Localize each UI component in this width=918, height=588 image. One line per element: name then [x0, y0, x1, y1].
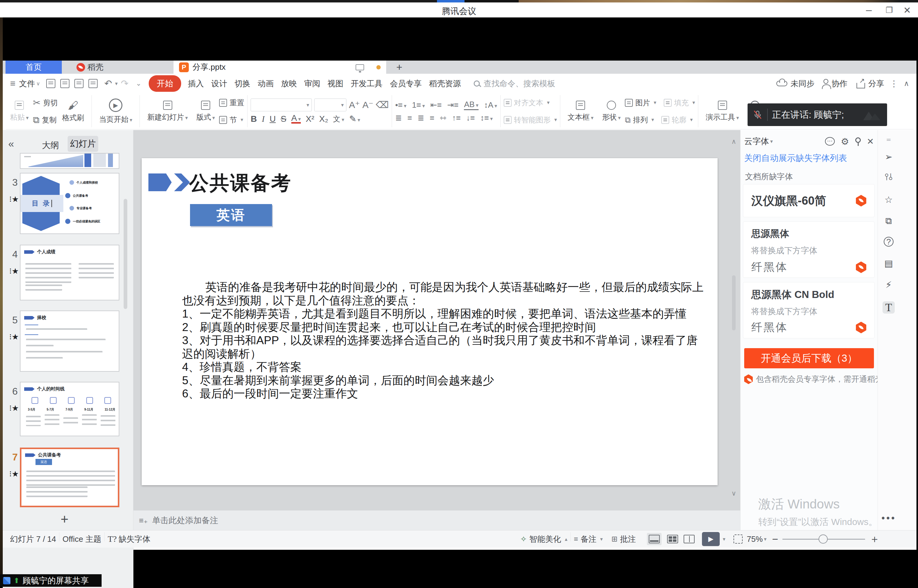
theme-name[interactable]: Office 主题: [62, 534, 101, 544]
increase-indent-icon[interactable]: ⇥≡: [447, 100, 458, 110]
slideshow-play-button[interactable]: ▶: [702, 532, 720, 546]
rail-inspiration-icon[interactable]: ⚡: [882, 278, 895, 291]
underline-button[interactable]: U: [270, 114, 276, 124]
shape-button[interactable]: 形状▾: [598, 93, 625, 129]
menu-slideshow[interactable]: 放映: [277, 74, 301, 93]
rail-convert-icon[interactable]: ⧉: [882, 215, 895, 227]
canvas-scroll-up-icon[interactable]: ∧: [731, 138, 736, 145]
print-preview-icon[interactable]: [89, 79, 98, 88]
canvas-scroll-down-icon[interactable]: ∨: [731, 489, 736, 498]
menu-start[interactable]: 开始: [149, 75, 181, 92]
close-button[interactable]: ✕: [903, 5, 911, 16]
align-left-icon[interactable]: ≣: [395, 113, 402, 123]
menu-view[interactable]: 视图: [324, 74, 347, 93]
picture-button[interactable]: 图片▾: [625, 95, 656, 110]
notes-toggle-button[interactable]: ≡备注▾: [574, 534, 603, 544]
notes-bar[interactable]: ≡₊ 单击此处添加备注: [133, 510, 740, 530]
format-painter-button[interactable]: 🖌︎格式刷: [58, 93, 89, 129]
thumbnail-slide-7-selected[interactable]: 公共课备考 英语: [20, 447, 120, 507]
menu-devtools[interactable]: 开发工具: [347, 74, 386, 93]
menu-transition[interactable]: 切换: [231, 74, 254, 93]
decrease-font-icon[interactable]: A⁻: [362, 100, 373, 110]
rail-adjust-icon[interactable]: ⫯⫰: [882, 171, 895, 183]
command-search[interactable]: 查找命令、搜索模板: [474, 78, 555, 89]
font-size-combo[interactable]: ▾: [314, 99, 346, 111]
numbered-list-icon[interactable]: 1≡▾: [412, 100, 425, 110]
menu-member[interactable]: 会员专享: [386, 74, 425, 93]
distribute-icon[interactable]: ⇿: [440, 113, 446, 123]
maximize-button[interactable]: ❐: [886, 5, 892, 15]
disable-autoshow-link[interactable]: 关闭自动展示缺失字体列表: [744, 152, 847, 164]
sidebar-scrollbar[interactable]: [124, 199, 127, 309]
zoom-slider-knob[interactable]: [819, 535, 828, 544]
slide-title[interactable]: 公共课备考: [189, 170, 292, 196]
tab-document[interactable]: P 分享.pptx: [173, 61, 386, 74]
menu-review[interactable]: 审阅: [301, 74, 324, 93]
settings-gear-icon[interactable]: ⚙: [841, 136, 849, 147]
missing-font-card-1[interactable]: 汉仪旗黑-60简: [743, 184, 874, 217]
menu-insert[interactable]: 插入: [184, 74, 207, 93]
tab-slides[interactable]: 幻灯片: [68, 136, 98, 152]
align-center-icon[interactable]: ≡: [407, 113, 412, 123]
pinyin-button[interactable]: 文▾: [333, 114, 344, 124]
font-color-button[interactable]: A▾: [291, 114, 301, 123]
tab-outline[interactable]: 大纲: [42, 139, 59, 151]
comments-button[interactable]: ⊞批注: [611, 534, 636, 544]
slide-badge[interactable]: 英语: [190, 204, 272, 226]
textbox-button[interactable]: 文本框▾: [563, 93, 598, 129]
canvas-scrollbar[interactable]: [732, 275, 735, 330]
rail-handle-icon[interactable]: ＝: [882, 133, 895, 145]
menu-design[interactable]: 设计: [207, 74, 231, 93]
layout-button[interactable]: 版式▾: [192, 93, 220, 129]
bold-button[interactable]: B: [251, 114, 257, 124]
zoom-out-button[interactable]: −: [772, 533, 778, 545]
toolbar-options-icon[interactable]: ⌄: [136, 79, 141, 87]
missing-font-card-3[interactable]: 思源黑体 CN Bold 将替换成下方字体 纤黑体: [743, 282, 874, 338]
play-from-current-button[interactable]: ▶ 当页开始▾: [95, 93, 137, 129]
arrange-button[interactable]: ⧉排列▾: [625, 112, 654, 128]
thumbnail-slide-5[interactable]: 择校: [20, 310, 120, 372]
char-spacing-icon[interactable]: AB▾: [464, 100, 478, 110]
thumbnail-slide-2-partial[interactable]: [20, 153, 120, 169]
presentation-tools-button[interactable]: 演示工具▾: [701, 93, 743, 129]
menu-docer-resources[interactable]: 稻壳资源: [425, 74, 464, 93]
decrease-indent-icon[interactable]: ⇤≡: [430, 100, 441, 110]
minimize-button[interactable]: –: [866, 4, 872, 16]
save-icon[interactable]: [46, 79, 55, 88]
paste-button[interactable]: 粘贴▾: [6, 93, 33, 129]
align-right-icon[interactable]: ≣: [417, 113, 424, 123]
reset-button[interactable]: 重置: [219, 95, 244, 110]
line-spacing-up-icon[interactable]: ↑≡: [452, 113, 461, 123]
rail-fonts-tool-selected[interactable]: T: [882, 301, 895, 313]
sync-status[interactable]: 未同步: [776, 78, 814, 89]
slide-page[interactable]: 公共课备考 英语 英语的准备是我考研中花的时间最少的，可能是因为我个人英语基础略…: [142, 158, 718, 485]
zoom-level[interactable]: 75%: [747, 535, 763, 544]
clear-format-icon[interactable]: ⌫: [376, 100, 389, 110]
print-icon[interactable]: [74, 79, 84, 88]
strikethrough-button[interactable]: S: [281, 114, 286, 124]
subscript-button[interactable]: X₂: [319, 114, 328, 124]
tab-home[interactable]: 首页: [5, 61, 62, 74]
thumbnail-slide-3[interactable]: 目 录 个人成绩和择校 公共课备考 专业课备考 一些必须避免的误区: [20, 173, 120, 234]
more-menu-icon[interactable]: ⋮: [889, 79, 898, 89]
download-member-button[interactable]: 开通会员后下载（3）: [744, 348, 874, 368]
thumbnail-slide-4[interactable]: 个人成绩: [20, 245, 120, 300]
undo-caret[interactable]: ▾: [115, 81, 118, 87]
share-button[interactable]: 分享: [857, 78, 884, 89]
view-reading-button[interactable]: [684, 535, 695, 543]
justify-icon[interactable]: ≡: [430, 113, 434, 123]
zoom-in-button[interactable]: ＋: [870, 532, 880, 546]
panel-close-icon[interactable]: ✕: [867, 136, 874, 147]
rail-chart-icon[interactable]: ▤: [882, 257, 895, 269]
play-options-caret[interactable]: ▾: [723, 536, 726, 543]
line-spacing-down-icon[interactable]: ↓≡: [466, 113, 475, 123]
view-normal-button[interactable]: [647, 533, 661, 545]
rail-rocket-icon[interactable]: ➢: [882, 150, 895, 163]
pin-icon[interactable]: [855, 137, 861, 143]
tab-docer[interactable]: 稻壳: [62, 61, 118, 74]
copy-button[interactable]: ⧉复制: [33, 112, 58, 128]
cut-button[interactable]: ✂剪切: [33, 95, 58, 110]
line-spacing-icon[interactable]: ↕≡▾: [480, 113, 493, 123]
missing-font-indicator[interactable]: T? 缺失字体: [108, 534, 150, 544]
thumbnail-slide-6[interactable]: 个人的时间线 3-5月5-7月7-9月9-11月11-12月: [20, 382, 120, 436]
